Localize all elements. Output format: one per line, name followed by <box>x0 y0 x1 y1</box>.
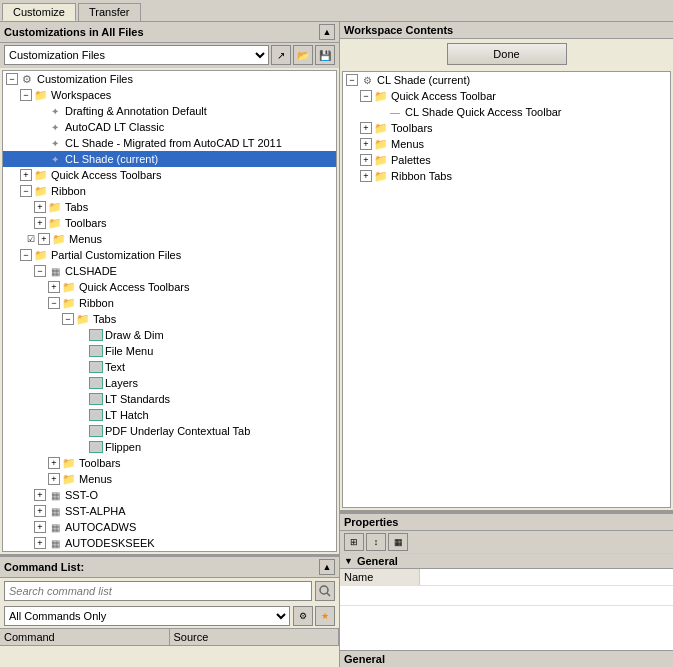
tree-node-quick-access[interactable]: + 📁 Quick Access Toolbars <box>3 167 336 183</box>
expand-ws-ribbon[interactable]: + <box>360 170 372 182</box>
ws-done-area: Done <box>340 39 673 69</box>
ws-node-ribbon-tabs[interactable]: + 📁 Ribbon Tabs <box>343 168 670 184</box>
props-value-name[interactable] <box>420 569 673 585</box>
customization-tree[interactable]: − ⚙ Customization Files − 📁 Workspaces <box>2 70 337 552</box>
tree-node-ribbon2[interactable]: − 📁 Ribbon <box>3 295 336 311</box>
ws-node-palettes[interactable]: + 📁 Palettes <box>343 152 670 168</box>
tree-node-menus[interactable]: ☑ + 📁 Menus <box>3 231 336 247</box>
tree-node-lt-standards[interactable]: LT Standards <box>3 391 336 407</box>
tree-node-tabs[interactable]: + 📁 Tabs <box>3 199 336 215</box>
expand-ws-quick[interactable]: − <box>360 90 372 102</box>
expand-tabs[interactable]: + <box>34 201 46 213</box>
item-icon <box>89 409 103 421</box>
tree-node-file-menu[interactable]: File Menu <box>3 343 336 359</box>
toggle-text[interactable] <box>75 360 89 374</box>
tab-transfer[interactable]: Transfer <box>78 3 141 21</box>
ws-node-toolbars[interactable]: + 📁 Toolbars <box>343 120 670 136</box>
expand-workspaces[interactable]: − <box>20 89 32 101</box>
expand-partial[interactable]: − <box>20 249 32 261</box>
toggle-lt-std[interactable] <box>75 392 89 406</box>
expand-ribbon[interactable]: − <box>20 185 32 197</box>
expand-autocadws[interactable]: + <box>34 521 46 533</box>
props-filter-btn[interactable]: ▦ <box>388 533 408 551</box>
expand-ws-toolbars[interactable]: + <box>360 122 372 134</box>
expand-ribbon2[interactable]: − <box>48 297 60 309</box>
expand-ws-menus[interactable]: + <box>360 138 372 150</box>
workspace-tree[interactable]: − ⚙ CL Shade (current) − 📁 Quick Access … <box>342 71 671 508</box>
cmd-filter-btn-1[interactable]: ⚙ <box>293 606 313 626</box>
expand-qa[interactable]: + <box>20 169 32 181</box>
cmd-filter-select[interactable]: All Commands Only <box>4 606 290 626</box>
expand-clshade[interactable]: − <box>34 265 46 277</box>
ws-node-cl-shade[interactable]: − ⚙ CL Shade (current) <box>343 72 670 88</box>
done-button[interactable]: Done <box>447 43 567 65</box>
tree-node-clshade[interactable]: − ▦ CLSHADE <box>3 263 336 279</box>
toggle-cl-shade-cur[interactable] <box>33 152 47 166</box>
tree-node-autodeskseek[interactable]: + ▦ AUTODESKSEEK <box>3 535 336 551</box>
props-grid-btn[interactable]: ⊞ <box>344 533 364 551</box>
ws-node-quick[interactable]: − 📁 Quick Access Toolbar <box>343 88 670 104</box>
tree-node-root[interactable]: − ⚙ Customization Files <box>3 71 336 87</box>
cmd-collapse-btn[interactable]: ▲ <box>319 559 335 575</box>
toggle-flippen[interactable] <box>75 440 89 454</box>
tree-node-toolbars2[interactable]: + 📁 Toolbars <box>3 455 336 471</box>
node-label: Workspaces <box>51 89 111 101</box>
expand-sst-alpha[interactable]: + <box>34 505 46 517</box>
toggle-draw[interactable] <box>75 328 89 342</box>
search-button[interactable] <box>315 581 335 601</box>
toggle-ws-qa[interactable] <box>373 105 387 119</box>
toggle-cl-shade-mig[interactable] <box>33 136 47 150</box>
expand-toolbars1[interactable]: + <box>34 217 46 229</box>
folder-icon: 📁 <box>373 169 389 183</box>
save-btn[interactable]: 💾 <box>315 45 335 65</box>
node-label: Quick Access Toolbars <box>51 169 161 181</box>
expand-qa2[interactable]: + <box>48 281 60 293</box>
expand-sst-o[interactable]: + <box>34 489 46 501</box>
toggle-lt-hatch[interactable] <box>75 408 89 422</box>
tree-node-autocadws[interactable]: + ▦ AUTOCADWS <box>3 519 336 535</box>
tree-node-cl-shade-cur[interactable]: ✦ CL Shade (current) <box>3 151 336 167</box>
toggle-layers[interactable] <box>75 376 89 390</box>
expand-menus2[interactable]: + <box>48 473 60 485</box>
tree-node-autocad-lt[interactable]: ✦ AutoCAD LT Classic <box>3 119 336 135</box>
ws-node-menus[interactable]: + 📁 Menus <box>343 136 670 152</box>
expand-autodeskseek[interactable]: + <box>34 537 46 549</box>
tree-node-menus2[interactable]: + 📁 Menus <box>3 471 336 487</box>
item-icon <box>89 329 103 341</box>
toggle-drafting[interactable] <box>33 104 47 118</box>
tree-node-sst-o[interactable]: + ▦ SST-O <box>3 487 336 503</box>
toggle-file[interactable] <box>75 344 89 358</box>
tree-node-pdf[interactable]: PDF Underlay Contextual Tab <box>3 423 336 439</box>
expand-ws-palettes[interactable]: + <box>360 154 372 166</box>
tree-node-workspaces[interactable]: − 📁 Workspaces <box>3 87 336 103</box>
tree-node-ribbon[interactable]: − 📁 Ribbon <box>3 183 336 199</box>
tree-node-lt-hatch[interactable]: LT Hatch <box>3 407 336 423</box>
tree-node-cl-shade-mig[interactable]: ✦ CL Shade - Migrated from AutoCAD LT 20… <box>3 135 336 151</box>
load-btn[interactable]: 📂 <box>293 45 313 65</box>
cmd-filter-btn-2[interactable]: ★ <box>315 606 335 626</box>
new-btn[interactable]: ↗ <box>271 45 291 65</box>
expand-ws-root[interactable]: − <box>346 74 358 86</box>
customization-files-select[interactable]: Customization Files <box>4 45 269 65</box>
expand-menus[interactable]: + <box>38 233 50 245</box>
expand-root[interactable]: − <box>6 73 18 85</box>
tree-node-qa2[interactable]: + 📁 Quick Access Toolbars <box>3 279 336 295</box>
toggle-autocad[interactable] <box>33 120 47 134</box>
tab-customize[interactable]: Customize <box>2 3 76 21</box>
tree-node-draw-dim[interactable]: Draw & Dim <box>3 327 336 343</box>
tree-node-text[interactable]: Text <box>3 359 336 375</box>
tree-node-toolbars-1[interactable]: + 📁 Toolbars <box>3 215 336 231</box>
props-sort-btn[interactable]: ↕ <box>366 533 386 551</box>
tree-node-flippen[interactable]: Flippen <box>3 439 336 455</box>
expand-toolbars2[interactable]: + <box>48 457 60 469</box>
search-input[interactable] <box>4 581 312 601</box>
tree-node-layers[interactable]: Layers <box>3 375 336 391</box>
tree-node-partial[interactable]: − 📁 Partial Customization Files <box>3 247 336 263</box>
ws-node-qa-item[interactable]: — CL Shade Quick Access Toolbar <box>343 104 670 120</box>
tree-node-drafting[interactable]: ✦ Drafting & Annotation Default <box>3 103 336 119</box>
tree-node-tabs2[interactable]: − 📁 Tabs <box>3 311 336 327</box>
tree-node-sst-alpha[interactable]: + ▦ SST-ALPHA <box>3 503 336 519</box>
toggle-pdf[interactable] <box>75 424 89 438</box>
collapse-btn[interactable]: ▲ <box>319 24 335 40</box>
expand-tabs2[interactable]: − <box>62 313 74 325</box>
